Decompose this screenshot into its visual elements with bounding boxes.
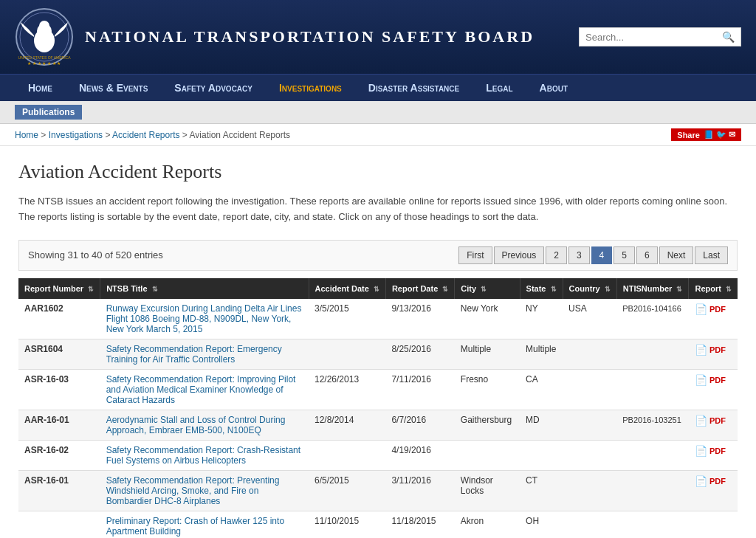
cell-report: 📄 PDF (689, 440, 738, 470)
table-row: AAR1602 Runway Excursion During Landing … (18, 299, 738, 339)
page-6-button[interactable]: 6 (636, 246, 658, 264)
cell-ntis (616, 440, 689, 470)
pdf-icon: 📄 (695, 415, 707, 427)
col-accident-date[interactable]: Accident Date ⇅ (309, 278, 385, 299)
title-link[interactable]: Safety Recommendation Report: Improving … (106, 374, 296, 405)
pagination: First Previous 2 3 4 5 6 Next Last (458, 246, 728, 264)
svg-text:★ ★ ★ ★ ★ ★ ★: ★ ★ ★ ★ ★ ★ ★ (27, 61, 61, 66)
cell-country (563, 511, 616, 538)
showing-text: Showing 31 to 40 of 520 entries (28, 249, 163, 261)
cell-state: MD (520, 410, 563, 440)
col-report-number[interactable]: Report Number ⇅ (18, 278, 100, 299)
pdf-link[interactable]: 📄 PDF (695, 303, 732, 315)
pdf-icon: 📄 (695, 475, 707, 487)
nav-home[interactable]: Home (15, 75, 66, 101)
cell-ntis (616, 369, 689, 410)
first-page-button[interactable]: First (458, 246, 492, 264)
cell-report-date: 6/7/2016 (385, 410, 454, 440)
cell-report-date: 8/25/2016 (385, 339, 454, 369)
nav-safety[interactable]: Safety Advocacy (161, 75, 266, 101)
title-link[interactable]: Safety Recommendation Report: Preventing… (106, 475, 280, 506)
col-country-label: Country (569, 284, 600, 293)
cell-state: Multiple (520, 339, 563, 369)
breadcrumb-accident-reports[interactable]: Accident Reports (112, 130, 179, 140)
cell-report-number: ASR-16-01 (18, 470, 100, 511)
col-ntis[interactable]: NTISNumber ⇅ (616, 278, 689, 299)
breadcrumb-investigations[interactable]: Investigations (49, 130, 103, 140)
title-link[interactable]: Runway Excursion During Landing Delta Ai… (106, 303, 302, 334)
cell-country (563, 369, 616, 410)
col-country[interactable]: Country ⇅ (563, 278, 616, 299)
search-box[interactable]: 🔍 (579, 27, 741, 46)
publications-label: Publications (15, 105, 82, 120)
sort-arrow-city: ⇅ (481, 286, 487, 293)
cell-ntis (616, 339, 689, 369)
col-title-label: NTSB Title (106, 284, 147, 293)
cell-accident-date (309, 339, 385, 369)
share-button[interactable]: Share 📘 🐦 ✉ (671, 128, 741, 141)
page-description: The NTSB issues an accident report follo… (18, 194, 738, 225)
cell-ntis (616, 511, 689, 538)
title-link[interactable]: Aerodynamic Stall and Loss of Control Du… (106, 415, 286, 435)
title-link[interactable]: Preliminary Report: Crash of Hawker 125 … (106, 516, 284, 537)
pdf-link[interactable]: 📄 PDF (695, 445, 732, 457)
col-report-label: Report (695, 284, 721, 293)
page-2-button[interactable]: 2 (546, 246, 567, 264)
col-city-label: City (461, 284, 476, 293)
cell-country (563, 440, 616, 470)
cell-report-number: AAR-16-01 (18, 410, 100, 440)
cell-country: USA (563, 299, 616, 339)
cell-report-number: ASR-16-03 (18, 369, 100, 410)
cell-city: Fresno (455, 369, 520, 410)
cell-report: 📄 PDF (689, 299, 738, 339)
page-title: Aviation Accident Reports (18, 161, 738, 183)
pdf-link[interactable]: 📄 PDF (695, 344, 732, 356)
cell-state (520, 440, 563, 470)
nav-about[interactable]: About (526, 75, 581, 101)
cell-state: CT (520, 470, 563, 511)
col-report-number-label: Report Number (24, 284, 83, 293)
col-report[interactable]: Report ⇅ (689, 278, 738, 299)
title-link[interactable]: Safety Recommendation Report: Crash-Resi… (106, 445, 300, 466)
cell-state: CA (520, 369, 563, 410)
cell-report-number (18, 511, 100, 538)
pdf-link[interactable]: 📄 PDF (695, 475, 732, 487)
pdf-link[interactable]: 📄 PDF (695, 374, 732, 386)
header-left: ★ ★ ★ ★ ★ ★ ★ UNITED STATES OF AMERICA N… (15, 7, 535, 66)
next-page-button[interactable]: Next (659, 246, 694, 264)
cell-report-date: 7/11/2016 (385, 369, 454, 410)
cell-ntis: PB2016-103251 (616, 410, 689, 440)
svg-point-4 (39, 21, 49, 31)
breadcrumb-home[interactable]: Home (15, 130, 38, 140)
nav-legal[interactable]: Legal (472, 75, 526, 101)
search-input[interactable] (585, 32, 722, 43)
col-ntis-label: NTISNumber (623, 284, 673, 293)
sort-arrow-state: ⇅ (551, 286, 557, 293)
page-4-button[interactable]: 4 (591, 246, 613, 264)
title-link[interactable]: Safety Recommendation Report: Emergency … (106, 344, 282, 365)
table-row: ASR-16-03 Safety Recommendation Report: … (18, 369, 738, 410)
col-accident-date-label: Accident Date (315, 284, 369, 293)
page-5-button[interactable]: 5 (614, 246, 635, 264)
cell-report: 📄 PDF (689, 339, 738, 369)
last-page-button[interactable]: Last (695, 246, 728, 264)
col-report-date[interactable]: Report Date ⇅ (385, 278, 454, 299)
nav-news[interactable]: News & Events (66, 75, 161, 101)
cell-title: Aerodynamic Stall and Loss of Control Du… (100, 410, 309, 440)
cell-city: New York (455, 299, 520, 339)
pdf-link[interactable]: 📄 PDF (695, 415, 732, 427)
cell-report-number: ASR1604 (18, 339, 100, 369)
nav-investigations[interactable]: Investigations (266, 75, 355, 101)
cell-city: Multiple (455, 339, 520, 369)
col-state[interactable]: State ⇅ (520, 278, 563, 299)
col-title[interactable]: NTSB Title ⇅ (100, 278, 309, 299)
sort-arrow-country: ⇅ (605, 286, 611, 293)
previous-page-button[interactable]: Previous (494, 246, 545, 264)
pdf-icon: 📄 (695, 445, 707, 457)
nav-disaster[interactable]: Disaster Assistance (355, 75, 472, 101)
page-3-button[interactable]: 3 (568, 246, 590, 264)
col-city[interactable]: City ⇅ (455, 278, 520, 299)
cell-country (563, 410, 616, 440)
search-button[interactable]: 🔍 (722, 31, 735, 43)
cell-title: Safety Recommendation Report: Preventing… (100, 470, 309, 511)
